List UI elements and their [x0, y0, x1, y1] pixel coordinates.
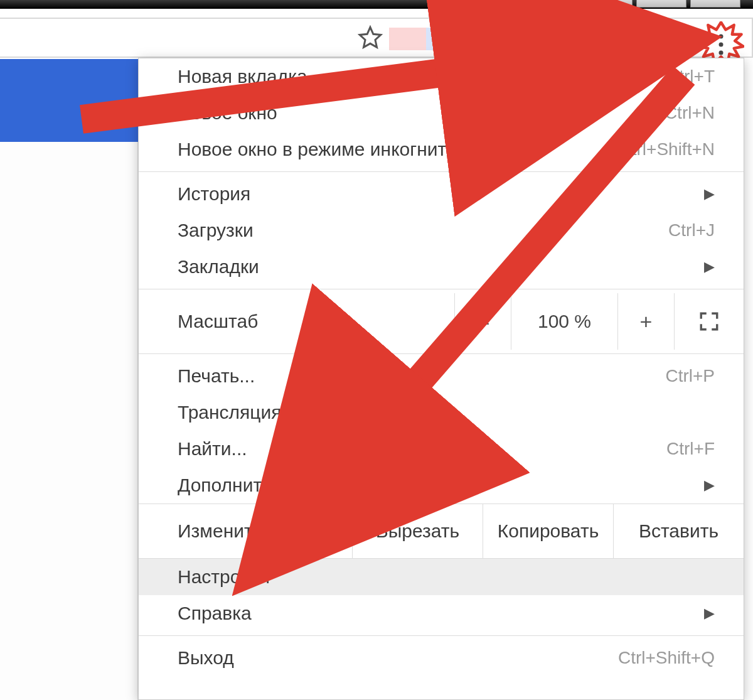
menu-edit-row: Изменить Вырезать Копировать Вставить — [139, 503, 744, 559]
menu-item-history[interactable]: История ▶ — [139, 176, 744, 212]
svg-marker-0 — [360, 27, 380, 47]
menu-label: Трансляция... — [178, 402, 297, 423]
titlebar-widgets — [582, 0, 740, 9]
menu-item-downloads[interactable]: Загрузки Ctrl+J — [139, 212, 744, 249]
zoom-value: 100 % — [511, 293, 618, 350]
edit-label: Изменить — [139, 520, 352, 542]
menu-separator — [139, 289, 744, 289]
sidebar-background — [0, 142, 138, 700]
menu-item-more-tools[interactable]: Дополнительные инструменты ▶ — [139, 467, 744, 503]
sidebar-selection — [0, 59, 138, 142]
menu-item-cast[interactable]: Трансляция... — [139, 394, 744, 431]
extension-icon[interactable] — [389, 28, 426, 50]
zoom-label: Масштаб — [178, 311, 454, 332]
menu-separator — [139, 353, 744, 354]
menu-label: История — [178, 183, 250, 205]
window-titlebar — [0, 0, 753, 9]
edit-paste-button[interactable]: Вставить — [613, 504, 744, 558]
menu-label: Найти... — [178, 438, 247, 460]
fullscreen-button[interactable] — [675, 311, 744, 332]
menu-label: Дополнительные инструменты — [178, 475, 446, 496]
extension-icon[interactable] — [609, 28, 646, 50]
submenu-arrow-icon: ▶ — [704, 259, 715, 275]
submenu-arrow-icon: ▶ — [704, 186, 715, 202]
edit-copy-button[interactable]: Копировать — [483, 504, 613, 558]
menu-label: Новое окно — [178, 102, 277, 124]
menu-item-new-window[interactable]: Новое окно Ctrl+N — [139, 95, 744, 131]
menu-item-incognito[interactable]: Новое окно в режиме инкогнито Ctrl+Shift… — [139, 131, 744, 168]
menu-shortcut: Ctrl+J — [668, 220, 715, 240]
menu-item-find[interactable]: Найти... Ctrl+F — [139, 431, 744, 467]
menu-shortcut: Ctrl+N — [665, 103, 715, 123]
submenu-arrow-icon: ▶ — [704, 605, 715, 622]
fullscreen-icon — [698, 311, 720, 332]
menu-label: Новое окно в режиме инкогнито — [178, 139, 457, 160]
browser-toolbar — [0, 9, 753, 58]
menu-shortcut: Ctrl+F — [666, 439, 715, 459]
extension-icon[interactable] — [573, 28, 610, 50]
zoom-controls: – 100 % + — [454, 293, 744, 350]
menu-item-help[interactable]: Справка ▶ — [139, 595, 744, 632]
menu-item-print[interactable]: Печать... Ctrl+P — [139, 358, 744, 394]
menu-item-bookmarks[interactable]: Закладки ▶ — [139, 249, 744, 285]
menu-label: Настройки — [178, 566, 270, 588]
edit-cut-button[interactable]: Вырезать — [352, 504, 483, 558]
menu-item-settings[interactable]: Настройки — [139, 559, 744, 595]
extension-icon[interactable] — [462, 28, 499, 50]
menu-item-new-tab[interactable]: Новая вкладка Ctrl+T — [139, 58, 744, 95]
menu-separator — [139, 171, 744, 172]
menu-label: Новая вкладка — [178, 66, 307, 87]
extension-icon[interactable] — [426, 28, 463, 50]
extension-icon[interactable] — [499, 28, 537, 50]
menu-zoom-row: Масштаб – 100 % + — [139, 293, 744, 350]
zoom-in-button[interactable]: + — [618, 293, 675, 350]
menu-shortcut: Ctrl+Shift+N — [619, 139, 715, 159]
menu-label: Загрузки — [178, 220, 254, 241]
menu-separator — [139, 635, 744, 636]
extension-icon[interactable] — [536, 28, 573, 50]
omnibox-row — [0, 18, 753, 58]
extension-icon[interactable] — [646, 28, 683, 50]
menu-shortcut: Ctrl+Shift+Q — [618, 648, 715, 668]
submenu-arrow-icon: ▶ — [704, 477, 715, 493]
menu-label: Справка — [178, 603, 252, 624]
menu-item-exit[interactable]: Выход Ctrl+Shift+Q — [139, 640, 744, 676]
menu-shortcut: Ctrl+T — [666, 67, 715, 87]
kebab-menu-icon — [719, 35, 724, 55]
bookmark-star-icon[interactable] — [358, 25, 383, 50]
extensions-strip — [389, 25, 683, 53]
chrome-main-menu: Новая вкладка Ctrl+T Новое окно Ctrl+N Н… — [138, 58, 744, 700]
menu-label: Выход — [178, 647, 234, 669]
zoom-out-button[interactable]: – — [455, 293, 511, 350]
menu-label: Печать... — [178, 365, 255, 387]
menu-shortcut: Ctrl+P — [665, 366, 715, 386]
menu-label: Закладки — [178, 256, 259, 277]
